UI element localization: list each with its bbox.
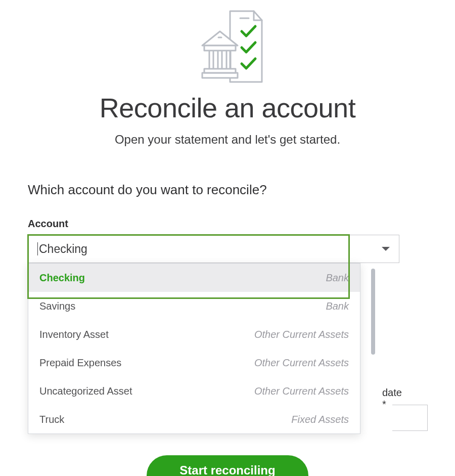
dropdown-option-prepaid-expenses[interactable]: Prepaid Expenses Other Current Assets (28, 349, 360, 377)
dropdown-scrollbar[interactable] (371, 269, 375, 355)
account-dropdown: Checking Bank Savings Bank Inventory Ass… (28, 263, 360, 434)
dropdown-option-savings[interactable]: Savings Bank (28, 292, 360, 320)
start-reconciling-button[interactable]: Start reconciling (147, 455, 308, 476)
account-select-value: Checking (39, 242, 87, 256)
dropdown-option-truck[interactable]: Truck Fixed Assets (28, 405, 360, 434)
chevron-down-icon (382, 247, 390, 251)
dropdown-option-type: Bank (326, 272, 349, 284)
dropdown-option-type: Other Current Assets (254, 385, 349, 397)
account-select-input[interactable]: Checking (28, 235, 399, 263)
dropdown-option-name: Savings (39, 300, 75, 312)
ending-date-input-partial[interactable] (392, 405, 428, 431)
dropdown-option-name: Truck (39, 414, 64, 425)
dropdown-option-type: Bank (326, 300, 349, 312)
page-subtitle: Open your statement and let's get starte… (28, 133, 427, 147)
text-cursor (37, 242, 38, 255)
dropdown-option-name: Checking (39, 272, 85, 284)
dropdown-option-inventory-asset[interactable]: Inventory Asset Other Current Assets (28, 320, 360, 349)
dropdown-option-name: Uncategorized Asset (39, 385, 132, 397)
dropdown-option-type: Other Current Assets (254, 357, 349, 369)
account-field-label: Account (28, 218, 427, 230)
dropdown-option-type: Other Current Assets (254, 329, 349, 340)
dropdown-option-name: Inventory Asset (39, 329, 109, 340)
dropdown-option-checking[interactable]: Checking Bank (28, 264, 360, 292)
page-title: Reconcile an account (28, 92, 427, 123)
dropdown-option-type: Fixed Assets (291, 414, 349, 425)
svg-rect-2 (204, 46, 236, 51)
svg-rect-4 (204, 69, 236, 73)
dropdown-option-uncategorized-asset[interactable]: Uncategorized Asset Other Current Assets (28, 377, 360, 405)
dropdown-option-name: Prepaid Expenses (39, 357, 121, 369)
reconcile-hero-icon (28, 0, 427, 92)
account-question: Which account do you want to reconcile? (28, 182, 427, 198)
